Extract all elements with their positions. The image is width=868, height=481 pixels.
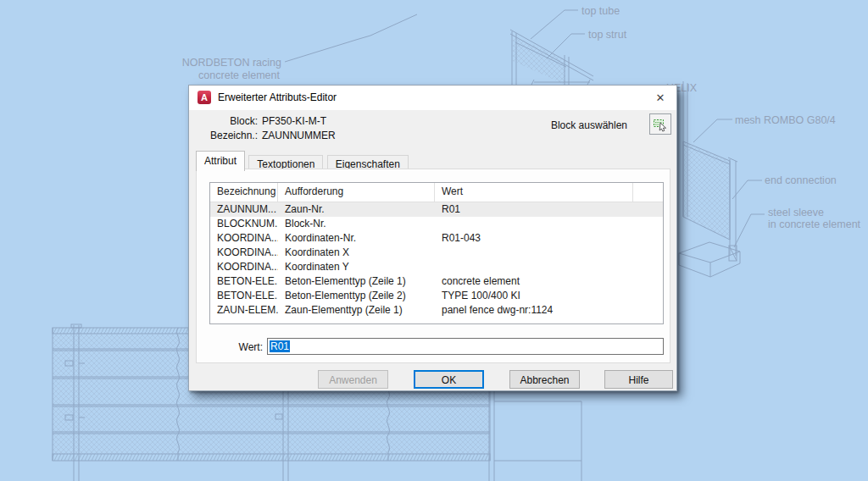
select-objects-icon xyxy=(653,117,668,132)
label-steel-sleeve-1: steel sleeve xyxy=(768,207,824,218)
table-row[interactable]: BLOCKNUM... Block-Nr. xyxy=(210,217,663,231)
cell-bezeichnung: BLOCKNUM... xyxy=(210,217,278,231)
cell-wert xyxy=(435,217,633,231)
label-top-strut: top strut xyxy=(588,29,627,41)
close-icon[interactable]: ✕ xyxy=(650,90,670,107)
cell-bezeichnung: BETON-ELE... xyxy=(210,289,278,303)
cell-bezeichnung: BETON-ELE... xyxy=(210,274,278,289)
table-row[interactable]: BETON-ELE... Beton-Elementtyp (Zeile 2) … xyxy=(210,289,663,303)
cell-wert xyxy=(435,260,633,274)
cell-wert: concrete element xyxy=(435,274,633,289)
block-value: PF350-KI-M-T xyxy=(262,115,326,128)
select-block-label: Block auswählen xyxy=(551,119,627,131)
tab-attribut[interactable]: Attribut xyxy=(196,151,245,171)
attribute-table[interactable]: Bezeichnung Aufforderung Wert ZAUNNUM...… xyxy=(209,182,664,324)
cell-bezeichnung: KOORDINA... xyxy=(210,246,278,260)
wert-input-selected-text: R01 xyxy=(270,340,290,352)
cell-wert: R01 xyxy=(435,202,633,217)
column-header-bezeichnung[interactable]: Bezeichnung xyxy=(210,183,278,202)
label-end-connection: end connection xyxy=(765,174,837,186)
cell-wert: R01-043 xyxy=(435,231,633,246)
autocad-canvas: top tube top strut NORDBETON racing conc… xyxy=(0,0,868,481)
cell-bezeichnung: KOORDINA... xyxy=(210,260,278,274)
label-nordbeton-2: concrete element xyxy=(198,69,280,81)
cell-aufforderung: Beton-Elementtyp (Zeile 1) xyxy=(278,274,435,289)
dialog-title: Erweiterter Attributs-Editor xyxy=(218,86,337,110)
bezeichn-label: Bezeichn.: xyxy=(189,130,258,142)
attribut-tab-page: Bezeichnung Aufforderung Wert ZAUNNUM...… xyxy=(196,169,670,363)
cell-wert: panel fence dwg-nr:1124 xyxy=(435,303,633,318)
apply-button[interactable]: Anwenden xyxy=(318,370,388,389)
attribute-editor-dialog: A Erweiterter Attributs-Editor ✕ Block: … xyxy=(188,85,677,391)
cell-wert xyxy=(435,246,633,260)
table-row[interactable]: KOORDINA... Koordinaten-Nr. R01-043 xyxy=(210,231,663,246)
label-steel-sleeve-2: in concrete element xyxy=(768,218,861,230)
cell-aufforderung: Beton-Elementtyp (Zeile 2) xyxy=(278,289,435,303)
dialog-titlebar[interactable]: A Erweiterter Attributs-Editor ✕ xyxy=(189,86,676,110)
bezeichn-value: ZAUNNUMMER xyxy=(262,130,336,142)
table-header: Bezeichnung Aufforderung Wert xyxy=(210,183,663,202)
wert-label: Wert: xyxy=(197,340,263,355)
autocad-app-icon: A xyxy=(198,91,211,104)
cell-wert: TYPE 100/400 KI xyxy=(435,289,633,303)
table-row[interactable]: KOORDINA... Koordinaten X xyxy=(210,246,663,260)
cancel-button[interactable]: Abbrechen xyxy=(509,370,580,389)
table-row[interactable]: BETON-ELE... Beton-Elementtyp (Zeile 1) … xyxy=(210,274,663,289)
table-row[interactable]: ZAUN-ELEM... Zaun-Elementtyp (Zeile 1) p… xyxy=(210,303,663,318)
label-nordbeton-1: NORDBETON racing xyxy=(182,57,281,69)
cell-aufforderung: Koordinaten X xyxy=(278,246,435,260)
label-top-tube: top tube xyxy=(581,5,620,17)
wert-input[interactable]: R01 xyxy=(267,338,664,355)
cell-aufforderung: Koordinaten Y xyxy=(278,260,435,274)
column-header-filler xyxy=(633,183,663,202)
cell-aufforderung: Zaun-Nr. xyxy=(278,202,435,217)
cell-bezeichnung: KOORDINA... xyxy=(210,231,278,246)
cell-bezeichnung: ZAUNNUM... xyxy=(210,202,278,217)
cell-aufforderung: Zaun-Elementtyp (Zeile 1) xyxy=(278,303,435,318)
cell-aufforderung: Koordinaten-Nr. xyxy=(278,231,435,246)
table-row[interactable]: KOORDINA... Koordinaten Y xyxy=(210,260,663,274)
ok-button[interactable]: OK xyxy=(414,370,484,389)
cell-bezeichnung: ZAUN-ELEM... xyxy=(210,303,278,318)
label-mesh: mesh ROMBO G80/4 xyxy=(735,114,836,126)
select-block-button[interactable] xyxy=(649,113,671,135)
block-label: Block: xyxy=(189,115,258,128)
column-header-aufforderung[interactable]: Aufforderung xyxy=(278,183,435,202)
tab-strip: Attribut Textoptionen Eigenschaften xyxy=(196,151,409,169)
dialog-footer: Anwenden OK Abbrechen Hilfe xyxy=(189,362,676,390)
cell-aufforderung: Block-Nr. xyxy=(278,217,435,231)
table-row[interactable]: ZAUNNUM... Zaun-Nr. R01 xyxy=(210,202,663,217)
help-button[interactable]: Hilfe xyxy=(604,370,673,389)
column-header-wert[interactable]: Wert xyxy=(435,183,633,202)
